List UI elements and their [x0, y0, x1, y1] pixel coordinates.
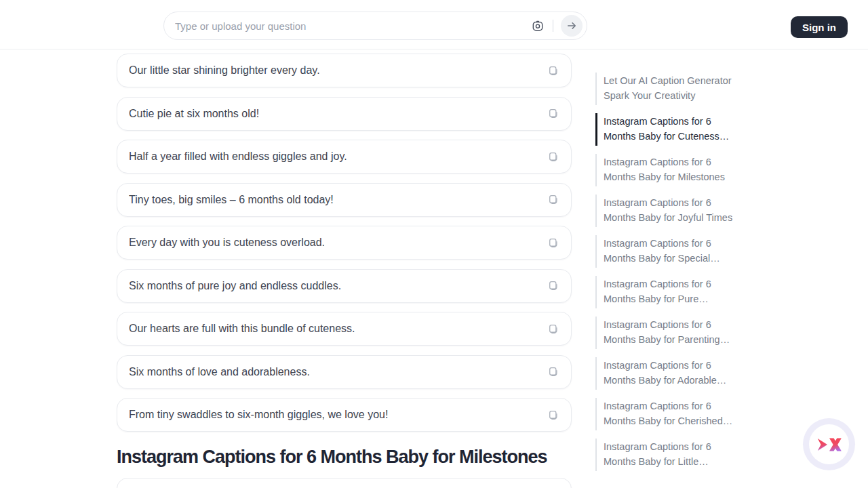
- header: Sign in: [0, 0, 868, 49]
- caption-card: From tiny swaddles to six-month giggles,…: [117, 398, 572, 432]
- assistant-widget-inner: [809, 424, 849, 464]
- caption-list: Our little star shining brighter every d…: [117, 54, 572, 488]
- copy-button[interactable]: [542, 60, 563, 81]
- caption-card: Six months of pure joy and endless cuddl…: [117, 269, 572, 303]
- copy-button[interactable]: [542, 190, 563, 210]
- search-input[interactable]: [175, 20, 528, 32]
- copy-icon: [547, 193, 559, 206]
- caption-card: Our hearts are full with this bundle of …: [117, 312, 572, 346]
- copy-icon: [547, 237, 559, 249]
- caption-card: Half a year filled with endless giggles …: [117, 140, 572, 174]
- toc-item-adorable[interactable]: Instagram Captions for 6 Months Baby for…: [595, 357, 741, 390]
- copy-button[interactable]: [542, 405, 563, 425]
- toc-item-generator-intro[interactable]: Let Our AI Caption Generator Spark Your …: [595, 73, 741, 105]
- camera-upload-button[interactable]: [528, 16, 548, 36]
- search-bar[interactable]: [163, 12, 587, 40]
- copy-button[interactable]: [542, 104, 563, 124]
- copy-icon: [547, 409, 559, 422]
- toc-item-milestones[interactable]: Instagram Captions for 6 Months Baby for…: [595, 154, 741, 186]
- copy-icon: [547, 107, 559, 120]
- copy-icon: [547, 279, 559, 292]
- copy-icon: [547, 365, 559, 378]
- search-divider: [553, 20, 553, 32]
- assistant-widget-button[interactable]: [803, 418, 855, 470]
- toc-item-special[interactable]: Instagram Captions for 6 Months Baby for…: [595, 235, 741, 268]
- brand-x-logo-icon: [816, 434, 842, 455]
- section-heading: Instagram Captions for 6 Months Baby for…: [117, 445, 572, 469]
- caption-text: Our little star shining brighter every d…: [129, 64, 542, 77]
- caption-text: Six months of pure joy and endless cuddl…: [129, 280, 542, 292]
- copy-icon: [547, 150, 559, 163]
- caption-card: Six months of love and adorableness.: [117, 355, 572, 389]
- sign-in-button[interactable]: Sign in: [791, 16, 848, 38]
- copy-button[interactable]: [542, 276, 563, 296]
- caption-card: Tiny toes, big smiles – 6 months old tod…: [117, 183, 572, 217]
- toc-item-cuteness[interactable]: Instagram Captions for 6 Months Baby for…: [595, 113, 741, 146]
- caption-text: Our hearts are full with this bundle of …: [129, 323, 542, 335]
- toc-item-little[interactable]: Instagram Captions for 6 Months Baby for…: [595, 439, 741, 471]
- copy-button[interactable]: [542, 362, 563, 382]
- caption-card: Every day with you is cuteness overload.: [117, 226, 572, 260]
- arrow-right-icon: [566, 20, 578, 32]
- copy-button[interactable]: [542, 319, 563, 339]
- toc-item-parenting[interactable]: Instagram Captions for 6 Months Baby for…: [595, 317, 741, 349]
- caption-text: Cutie pie at six months old!: [129, 108, 542, 120]
- copy-button[interactable]: [542, 232, 563, 253]
- caption-card-partial: [117, 478, 572, 488]
- camera-icon: [531, 19, 545, 33]
- toc-item-cherished[interactable]: Instagram Captions for 6 Months Baby for…: [595, 398, 741, 430]
- table-of-contents: Let Our AI Caption Generator Spark Your …: [595, 73, 741, 479]
- caption-text: From tiny swaddles to six-month giggles,…: [129, 409, 542, 421]
- caption-card: Cutie pie at six months old!: [117, 97, 572, 131]
- caption-card: Our little star shining brighter every d…: [117, 54, 572, 87]
- copy-icon: [547, 64, 559, 77]
- search-submit-button[interactable]: [561, 15, 583, 37]
- copy-button[interactable]: [542, 146, 563, 167]
- caption-text: Half a year filled with endless giggles …: [129, 150, 542, 163]
- caption-text: Every day with you is cuteness overload.: [129, 237, 542, 249]
- toc-item-pure[interactable]: Instagram Captions for 6 Months Baby for…: [595, 276, 741, 308]
- copy-icon: [547, 323, 559, 336]
- caption-text: Tiny toes, big smiles – 6 months old tod…: [129, 194, 542, 206]
- toc-item-joyful-times[interactable]: Instagram Captions for 6 Months Baby for…: [595, 195, 741, 227]
- caption-text: Six months of love and adorableness.: [129, 366, 542, 378]
